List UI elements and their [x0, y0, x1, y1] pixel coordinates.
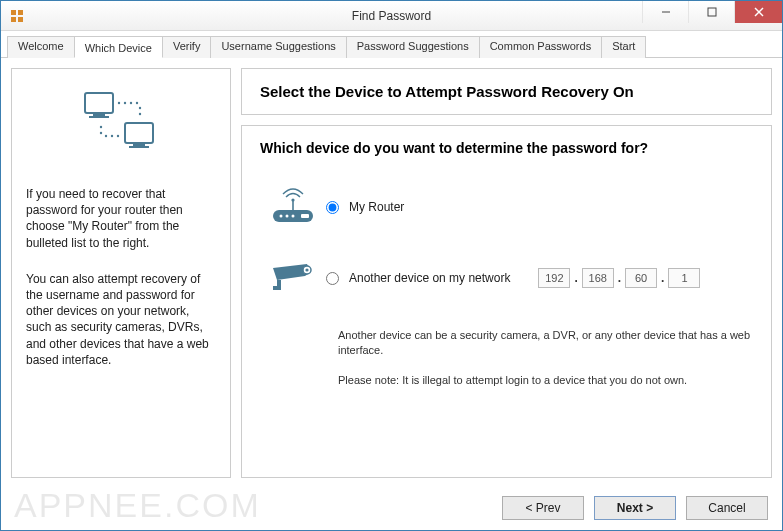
radio-other-device[interactable] [326, 272, 339, 285]
svg-rect-9 [93, 113, 105, 116]
ip-dot: . [618, 271, 621, 285]
sub-heading: Which device do you want to determine th… [260, 140, 753, 156]
svg-point-29 [286, 215, 289, 218]
svg-point-15 [124, 102, 126, 104]
wizard-footer: < Prev Next > Cancel [1, 488, 782, 531]
svg-rect-1 [18, 10, 23, 15]
option-other-device[interactable]: Another device on my network 192 . 168 .… [260, 258, 753, 298]
main-body: Which device do you want to determine th… [241, 125, 772, 478]
prev-button[interactable]: < Prev [502, 496, 584, 520]
camera-icon [260, 258, 326, 298]
network-diagram-icon [79, 89, 163, 162]
tab-password-suggestions[interactable]: Password Suggestions [346, 36, 480, 58]
svg-rect-5 [708, 8, 716, 16]
window-controls [642, 1, 782, 23]
svg-rect-13 [129, 146, 149, 148]
svg-point-19 [139, 113, 141, 115]
label-my-router: My Router [349, 200, 404, 214]
radio-my-router[interactable] [326, 201, 339, 214]
left-paragraph-2: You can also attempt recovery of the use… [26, 271, 216, 368]
ip-octet-4[interactable]: 1 [668, 268, 700, 288]
left-paragraph-1: If you need to recover that password for… [26, 186, 216, 251]
label-other-device: Another device on my network [349, 271, 510, 285]
svg-point-23 [111, 135, 113, 137]
left-info-panel: If you need to recover that password for… [11, 68, 231, 478]
svg-point-16 [130, 102, 132, 104]
note-1: Another device can be a security camera,… [338, 328, 753, 359]
svg-rect-8 [85, 93, 113, 113]
svg-rect-2 [11, 17, 16, 22]
router-icon [260, 186, 326, 228]
ip-octet-2[interactable]: 168 [582, 268, 614, 288]
tab-verify[interactable]: Verify [162, 36, 212, 58]
ip-octet-1[interactable]: 192 [538, 268, 570, 288]
svg-rect-3 [18, 17, 23, 22]
svg-point-22 [105, 135, 107, 137]
minimize-button[interactable] [642, 1, 688, 23]
svg-rect-10 [89, 116, 109, 118]
ip-address-input: 192 . 168 . 60 . 1 [538, 268, 700, 288]
next-button[interactable]: Next > [594, 496, 676, 520]
svg-point-20 [100, 126, 102, 128]
cancel-button[interactable]: Cancel [686, 496, 768, 520]
close-button[interactable] [734, 1, 782, 23]
svg-rect-12 [133, 143, 145, 146]
svg-point-21 [100, 132, 102, 134]
tab-welcome[interactable]: Welcome [7, 36, 75, 58]
ip-octet-3[interactable]: 60 [625, 268, 657, 288]
svg-point-33 [305, 268, 308, 271]
ip-dot: . [574, 271, 577, 285]
main-heading: Select the Device to Attempt Password Re… [241, 68, 772, 115]
svg-point-14 [118, 102, 120, 104]
tab-common-passwords[interactable]: Common Passwords [479, 36, 602, 58]
svg-point-30 [292, 215, 295, 218]
notes: Another device can be a security camera,… [338, 328, 753, 388]
note-2: Please note: It is illegal to attempt lo… [338, 373, 753, 388]
svg-rect-31 [301, 214, 309, 218]
tab-strip: Welcome Which Device Verify Username Sug… [1, 31, 782, 58]
svg-rect-0 [11, 10, 16, 15]
app-icon [9, 8, 25, 24]
option-my-router[interactable]: My Router [260, 186, 753, 228]
svg-point-18 [139, 107, 141, 109]
tab-which-device[interactable]: Which Device [74, 36, 163, 58]
maximize-button[interactable] [688, 1, 734, 23]
tab-start[interactable]: Start [601, 36, 646, 58]
svg-point-24 [117, 135, 119, 137]
svg-rect-11 [125, 123, 153, 143]
svg-point-17 [136, 102, 138, 104]
svg-point-28 [280, 215, 283, 218]
ip-dot: . [661, 271, 664, 285]
tab-username-suggestions[interactable]: Username Suggestions [210, 36, 346, 58]
title-bar: Find Password [1, 1, 782, 31]
